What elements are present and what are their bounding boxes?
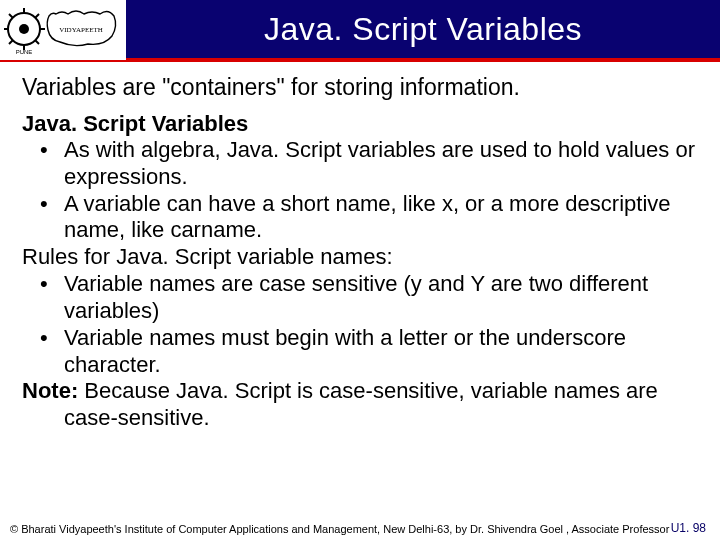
svg-point-1 [19, 24, 29, 34]
bullet-item: Variable names must begin with a letter … [22, 325, 698, 379]
svg-line-8 [9, 40, 13, 44]
intro-text: Variables are "containers" for storing i… [22, 74, 698, 101]
note-line: Note: Because Java. Script is case-sensi… [22, 378, 698, 432]
bullet-item: Variable names are case sensitive (y and… [22, 271, 698, 325]
bullet-item: As with algebra, Java. Script variables … [22, 137, 698, 191]
slide-header: VIDYAPEETH PUNE Java. Script Variables [0, 0, 720, 62]
svg-line-6 [9, 14, 13, 18]
bullet-item: A variable can have a short name, like x… [22, 191, 698, 245]
svg-line-7 [35, 14, 39, 18]
svg-text:PUNE: PUNE [16, 49, 33, 55]
rules-heading: Rules for Java. Script variable names: [22, 244, 698, 271]
svg-text:VIDYAPEETH: VIDYAPEETH [59, 26, 103, 34]
svg-line-9 [35, 40, 39, 44]
section-subhead: Java. Script Variables [22, 111, 698, 137]
bullet-list-1: As with algebra, Java. Script variables … [22, 137, 698, 244]
bullet-list-2: Variable names are case sensitive (y and… [22, 271, 698, 378]
slide-footer: © Bharati Vidyapeeth's Institute of Comp… [0, 521, 720, 535]
note-text: Because Java. Script is case-sensitive, … [64, 378, 658, 430]
slide-body: Variables are "containers" for storing i… [0, 62, 720, 432]
footer-credit: © Bharati Vidyapeeth's Institute of Comp… [10, 523, 671, 535]
slide-title: Java. Script Variables [126, 11, 720, 48]
page-number: U1. 98 [671, 521, 706, 535]
institute-logo: VIDYAPEETH PUNE [0, 0, 126, 60]
note-label: Note: [22, 378, 78, 403]
